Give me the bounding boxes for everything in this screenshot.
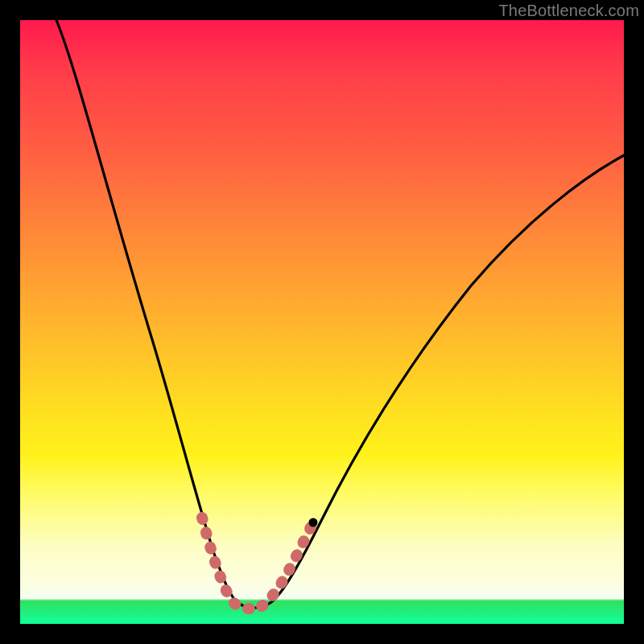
plot-area	[20, 20, 624, 624]
watermark-text: TheBottleneck.com	[498, 2, 639, 20]
optimal-band-right	[262, 522, 313, 606]
curve-layer	[20, 20, 624, 624]
optimal-band-left	[202, 518, 255, 609]
band-end-dot	[309, 518, 318, 527]
bottleneck-curve	[56, 20, 624, 608]
outer-frame: TheBottleneck.com	[0, 0, 644, 644]
